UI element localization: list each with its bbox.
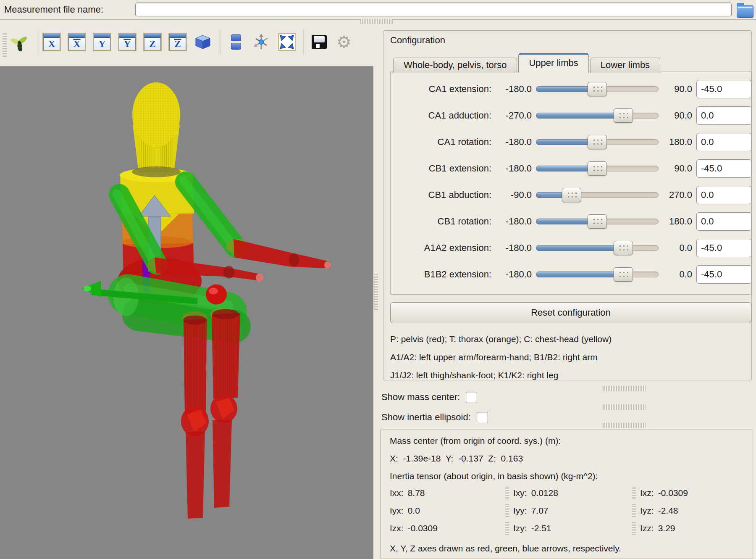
slider-max-label: 90.0 (663, 163, 692, 174)
window-titlebar-glyph (69, 34, 85, 38)
column-grip[interactable] (632, 504, 636, 517)
slider-row: CA1 rotation: -180.0 180.0 0.0 (391, 129, 749, 155)
axis-view-button-z-bar[interactable]: Z (169, 34, 186, 50)
viewport-3d[interactable] (0, 66, 373, 559)
inertia-cell-label: Iyy: (513, 506, 527, 516)
show-mass-center-checkbox[interactable] (466, 392, 477, 403)
save-button[interactable] (310, 33, 328, 51)
slider-track[interactable] (536, 241, 659, 255)
inertia-cell: Izz: 3.29 (632, 522, 746, 534)
splitter-grip[interactable] (603, 404, 646, 410)
mass-center-values: X: -1.39e-18 Y: -0.137 Z: 0.163 (390, 454, 523, 464)
slider-value-input[interactable]: 0.0 (696, 133, 752, 151)
slider-track[interactable] (536, 82, 659, 96)
tab-lower-limbs[interactable]: Lower limbs (590, 58, 660, 73)
axis-letter-icon: X (74, 38, 81, 50)
inertia-cell-value: -0.0309 (408, 523, 438, 533)
slider-handle[interactable] (588, 135, 607, 149)
slider-max-label: 270.0 (663, 190, 692, 200)
fit-view-icon (278, 33, 296, 51)
inertia-cell: Iyz: -2.48 (632, 505, 746, 517)
open-file-button[interactable] (737, 2, 754, 18)
inertia-cell-label: Ixx: (390, 488, 404, 498)
cube-view-button[interactable] (194, 33, 212, 51)
window-titlebar-glyph (94, 34, 110, 38)
slider-handle[interactable] (614, 108, 633, 123)
slider-label: CA1 adduction: (391, 110, 491, 121)
slider-track[interactable] (536, 108, 659, 123)
axis-view-button-y[interactable]: Y (94, 34, 110, 50)
slider-track[interactable] (536, 161, 659, 176)
axis-view-button-z[interactable]: Z (144, 34, 161, 50)
slider-value-input[interactable]: -45.0 (696, 239, 752, 257)
splitter-grip[interactable] (603, 423, 646, 428)
show-inertia-label: Show inertia ellipsoid: (381, 412, 471, 423)
slider-handle[interactable] (614, 241, 633, 255)
configuration-title: Configuration (390, 35, 445, 46)
slider-value-input[interactable]: 0.0 (696, 106, 752, 125)
slider-row: CA1 adduction: -270.0 90.0 0.0 (391, 102, 749, 129)
show-inertia-checkbox[interactable] (477, 412, 488, 423)
axis-view-button-x[interactable]: X (43, 34, 60, 50)
tab-upper-limbs[interactable]: Upper limbs (518, 53, 588, 73)
measurement-file-input[interactable] (135, 3, 732, 16)
folder-icon (737, 5, 753, 18)
slider-value-input[interactable]: -45.0 (696, 159, 752, 178)
slider-value-input[interactable]: 0.0 (696, 212, 752, 231)
splitter-grip-vertical[interactable] (374, 274, 378, 310)
slider-handle[interactable] (588, 161, 607, 176)
slider-min-label: -180.0 (496, 216, 532, 227)
toolbar-drag-handle[interactable] (3, 33, 7, 57)
slider-handle[interactable] (588, 214, 607, 229)
split-view-button[interactable] (227, 33, 245, 51)
window-titlebar-glyph (119, 34, 135, 38)
show-mass-center-label: Show mass center: (381, 392, 460, 403)
slider-row: CB1 abduction: -90.0 270.0 0.0 (391, 182, 749, 208)
slider-min-label: -90.0 (496, 190, 532, 200)
mass-center-title: Mass center (from origin of coord. sys.)… (390, 436, 561, 446)
slider-handle[interactable] (588, 82, 607, 96)
slider-fill (536, 113, 623, 119)
slider-rows: CA1 extension: -180.0 90.0 -45.0 CA1 add… (390, 71, 751, 295)
slider-track[interactable] (536, 214, 659, 229)
inertia-cell-value: -0.0309 (658, 488, 688, 498)
axis-letter-icon: Z (149, 38, 155, 50)
slider-fill (536, 245, 623, 251)
gear-icon: ⚙ (336, 34, 352, 50)
column-grip[interactable] (632, 522, 636, 535)
slider-value-input[interactable]: 0.0 (696, 186, 752, 204)
slider-track[interactable] (536, 188, 659, 202)
splitter-grip[interactable] (603, 386, 646, 391)
toolbar: X X Y Y Z Z (0, 20, 373, 66)
toolbar-separator (220, 29, 221, 55)
column-grip[interactable] (505, 487, 509, 499)
axis-view-button-y-bar[interactable]: Y (119, 34, 136, 50)
slider-row: A1A2 extension: -180.0 0.0 -45.0 (391, 235, 749, 261)
column-grip[interactable] (632, 487, 636, 499)
axis-view-button-x-bar[interactable]: X (68, 34, 85, 50)
fit-view-button[interactable] (278, 33, 296, 51)
column-grip[interactable] (505, 504, 509, 517)
triad-button[interactable] (10, 33, 29, 51)
inertia-cell: Iyy: 7.07 (505, 505, 632, 517)
legend-line: P: pelvis (red); T: thorax (orange); C: … (390, 330, 612, 348)
column-grip[interactable] (505, 522, 509, 535)
slider-value-input[interactable]: -45.0 (696, 265, 752, 284)
slider-label: CB1 rotation: (391, 216, 491, 227)
inertia-cell: Izy: -2.51 (505, 522, 632, 534)
slider-handle[interactable] (562, 188, 581, 202)
inertia-cell: Ixy: 0.0128 (505, 487, 632, 499)
mannequin-render (0, 67, 373, 559)
inertia-cell-value: -2.48 (658, 506, 678, 516)
reset-configuration-button[interactable]: Reset configuration (390, 302, 751, 323)
slider-track[interactable] (536, 135, 659, 149)
slider-max-label: 90.0 (663, 84, 692, 95)
slider-value-input[interactable]: -45.0 (696, 80, 752, 98)
slider-handle[interactable] (614, 267, 633, 282)
settings-button[interactable]: ⚙ (335, 33, 353, 51)
inertia-cell-value: 0.0 (408, 506, 420, 516)
inertia-cell-label: Izz: (640, 523, 654, 533)
center-axes-button[interactable] (252, 33, 270, 51)
tab-whole-body-pelvis-torso[interactable]: Whole-body, pelvis, torso (393, 58, 517, 73)
slider-track[interactable] (536, 267, 659, 282)
